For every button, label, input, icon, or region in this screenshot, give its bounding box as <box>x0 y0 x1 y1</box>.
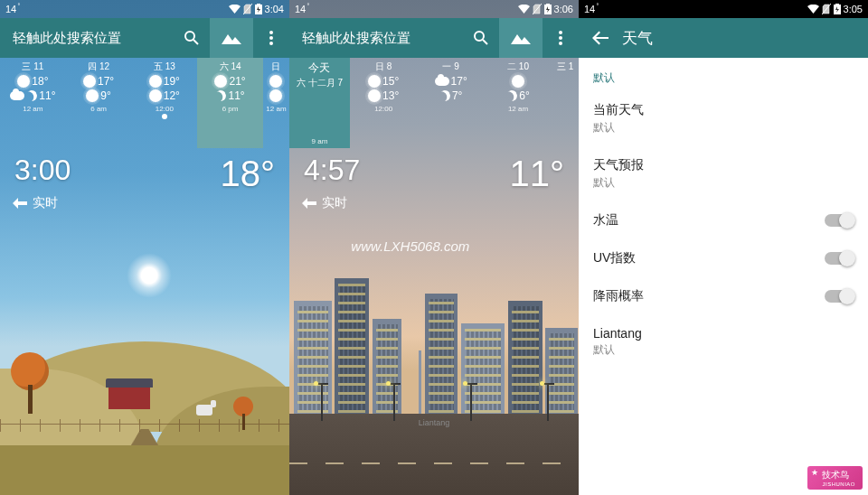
forecast-day-selected[interactable]: 六 14 21° 11° 6 pm <box>197 58 263 148</box>
live-label: 实时 <box>33 195 58 211</box>
forecast-lo: 13° <box>382 89 399 102</box>
search-icon <box>473 30 489 46</box>
forecast-strip[interactable]: 今天 六 十二月 7 9 am 日 8 15° 13° 12:00 一 9 17… <box>289 58 579 148</box>
setting-title: Liantang <box>593 326 642 341</box>
forecast-day-label: 四 12 <box>88 61 109 73</box>
forecast-day[interactable]: 二 10 6° 12 am <box>485 58 552 148</box>
forecast-day[interactable]: 五 13 19° 12° 12:00 <box>131 58 197 148</box>
toggle-switch[interactable] <box>825 214 854 227</box>
search-icon <box>184 30 200 46</box>
sun-icon <box>149 75 162 88</box>
sun-graphic <box>127 253 172 298</box>
current-weather: 3:00 18° <box>0 154 289 194</box>
forecast-time: 6 am <box>90 105 107 113</box>
battery-charging-icon <box>255 4 262 14</box>
city-name-label: Liantang <box>289 418 579 427</box>
forecast-day-label: 三 1 <box>557 61 573 73</box>
cloud-icon <box>10 91 24 100</box>
forecast-hi: 21° <box>229 75 245 88</box>
moon-icon <box>505 89 519 102</box>
more-vert-icon <box>269 31 273 45</box>
scenery-button[interactable] <box>499 18 542 58</box>
back-button[interactable] <box>579 18 622 58</box>
forecast-day[interactable]: 日 8 15° 13° 12:00 <box>350 58 417 148</box>
forecast-day[interactable]: 三 1 <box>552 58 579 148</box>
setting-rain-probability[interactable]: 降雨概率 <box>579 277 868 315</box>
brand-badge: 技术鸟 JISHUNIAO <box>807 466 863 490</box>
current-time: 4:57 <box>304 154 360 187</box>
streetlight-graphic <box>470 385 472 421</box>
forecast-day-label: 日 <box>271 61 280 73</box>
status-temp: 14 <box>5 4 16 14</box>
sun-icon <box>512 75 524 88</box>
search-button[interactable] <box>174 18 210 58</box>
forecast-day[interactable]: 日 12 am <box>263 58 289 148</box>
no-sim-icon <box>533 4 542 14</box>
moon-icon <box>214 89 228 102</box>
status-time: 3:04 <box>265 4 284 14</box>
forecast-hi: 17° <box>98 75 114 88</box>
setting-title: 降雨概率 <box>593 288 644 304</box>
setting-water-temp[interactable]: 水温 <box>579 201 868 239</box>
sun-icon <box>17 75 30 88</box>
current-temp: 18° <box>221 154 276 194</box>
setting-uv-index[interactable]: UV指数 <box>579 239 868 277</box>
search-button[interactable] <box>463 18 499 58</box>
live-button[interactable]: 实时 <box>302 195 347 211</box>
landscape-icon <box>511 32 531 44</box>
overflow-menu-button[interactable] <box>253 18 289 58</box>
forecast-day[interactable]: 三 11 18° 11° 12 am <box>0 58 66 148</box>
moon-icon <box>25 89 39 102</box>
battery-charging-icon <box>544 4 552 14</box>
forecast-strip[interactable]: 三 11 18° 11° 12 am 四 12 17° 9° 6 am 五 13… <box>0 58 289 148</box>
setting-title: 当前天气 <box>593 102 644 118</box>
status-bar: 14 3:06 <box>289 0 579 18</box>
horse-graphic <box>196 405 212 416</box>
search-placeholder[interactable]: 轻触此处搜索位置 <box>0 30 174 47</box>
forecast-time: 9 am <box>312 137 328 145</box>
arrow-left-icon <box>302 198 316 209</box>
forecast-day[interactable]: 四 12 17° 9° 6 am <box>66 58 132 148</box>
svg-point-13 <box>559 31 562 34</box>
toggle-switch[interactable] <box>825 252 854 265</box>
skyline-graphic <box>289 256 579 418</box>
setting-current-weather[interactable]: 当前天气 默认 <box>579 91 868 146</box>
forecast-hi: 15° <box>382 75 399 88</box>
wifi-icon <box>518 5 530 14</box>
arrow-back-icon <box>592 30 609 46</box>
forecast-day-label: 一 9 <box>442 61 458 73</box>
setting-forecast[interactable]: 天气预报 默认 <box>579 146 868 201</box>
svg-point-11 <box>475 32 484 41</box>
forecast-today[interactable]: 今天 六 十二月 7 9 am <box>289 58 350 148</box>
status-time: 3:05 <box>844 4 863 14</box>
sun-icon <box>86 89 99 102</box>
svg-point-5 <box>269 31 273 34</box>
forecast-lo: 11° <box>228 89 244 102</box>
sun-icon <box>83 75 96 88</box>
forecast-day[interactable]: 一 9 17° 7° <box>417 58 484 148</box>
tree-graphic <box>11 352 49 414</box>
setting-location[interactable]: Liantang 默认 <box>579 315 868 369</box>
forecast-hi: 19° <box>164 75 180 88</box>
forecast-lo: 11° <box>39 89 55 102</box>
search-placeholder[interactable]: 轻触此处搜索位置 <box>289 30 463 47</box>
current-time-indicator <box>162 114 167 119</box>
scenery-button[interactable] <box>210 18 253 58</box>
forecast-day-label: 六 14 <box>220 61 241 73</box>
weather-city-screen: Liantang 14 3:06 轻触此处搜索位置 今天 六 十二月 7 9 a… <box>289 0 579 495</box>
settings-screen: 14 3:05 天气 默认 当前天气 默认 天气预报 默认 <box>579 0 868 495</box>
setting-title: 水温 <box>593 212 618 229</box>
setting-subtitle: 默认 <box>593 342 642 358</box>
tree-graphic-small <box>233 397 253 430</box>
current-weather: 4:57 11° <box>289 154 579 194</box>
settings-list[interactable]: 默认 当前天气 默认 天气预报 默认 水温 UV指数 降雨概率 <box>579 58 868 495</box>
forecast-time: 6 pm <box>222 105 239 113</box>
landscape-icon <box>222 32 241 44</box>
road-markings <box>289 462 579 464</box>
today-date: 六 十二月 7 <box>297 77 343 89</box>
app-bar: 轻触此处搜索位置 <box>0 18 289 58</box>
toggle-switch[interactable] <box>825 290 854 303</box>
overflow-menu-button[interactable] <box>542 18 579 58</box>
live-button[interactable]: 实时 <box>13 195 58 211</box>
status-temp: 14 <box>584 4 595 14</box>
